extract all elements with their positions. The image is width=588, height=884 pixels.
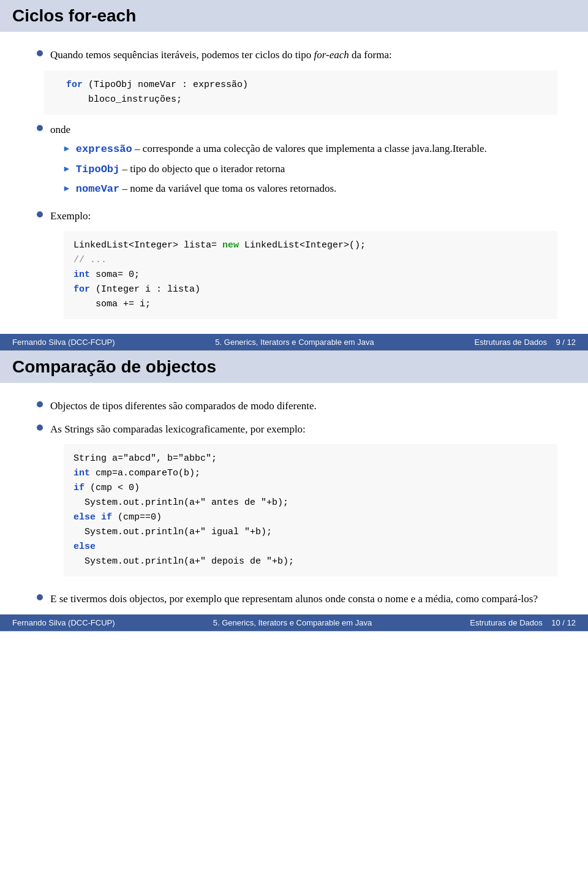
bullet-s2-2-text: As Strings são comparadas lexicograficam… [50, 421, 557, 584]
sub-bullet-1-text: expressão – corresponde a uma colecção d… [76, 141, 557, 157]
code-block-2: LinkedList<Integer> lista= new LinkedLis… [64, 231, 557, 319]
footer-1-right-label: Estruturas de Dados [475, 338, 548, 347]
exemplo-bullet: Exemplo: LinkedList<Integer> lista= new … [37, 208, 557, 327]
exemplo-bullet-list: Exemplo: LinkedList<Integer> lista= new … [31, 208, 557, 327]
exemplo-label-text: Exemplo: [50, 210, 91, 222]
arrow-icon-3: ► [62, 182, 71, 195]
onde-label: onde [50, 124, 70, 135]
bullet-1: Quando temos sequências iteráveis, podem… [37, 47, 557, 63]
code-linkedlist: LinkedList<Integer> lista= new LinkedLis… [74, 240, 366, 309]
bullet-dot-onde [37, 125, 43, 131]
footer-1-left: Fernando Silva (DCC-FCUP) [12, 338, 115, 347]
sub-bullets: ► expressão – corresponde a uma colecção… [50, 141, 557, 197]
expressao-highlight: expressão [76, 143, 132, 155]
slide-1-footer: Fernando Silva (DCC-FCUP) 5. Generics, I… [0, 334, 588, 350]
bullet-s2-3: E se tivermos dois objectos, por exemplo… [37, 591, 557, 607]
sub-bullet-1: ► expressão – corresponde a uma colecção… [62, 141, 557, 157]
bullet-dot-s2-2 [37, 425, 43, 431]
bullet-dot-s2-3 [37, 594, 43, 600]
bullet-dot-s2-1 [37, 401, 43, 407]
footer-2-right: Estruturas de Dados 10 / 12 [470, 618, 576, 627]
slide-1-onde: onde ► expressão – corresponde a uma col… [31, 122, 557, 201]
footer-2-left: Fernando Silva (DCC-FCUP) [12, 618, 115, 627]
sub-bullet-2: ► TipoObj – tipo do objecto que o iterad… [62, 161, 557, 178]
sub-bullet-2-text: TipoObj – tipo do objecto que o iterador… [76, 161, 557, 178]
onde-text: onde ► expressão – corresponde a uma col… [50, 122, 557, 201]
onde-bullet: onde ► expressão – corresponde a uma col… [37, 122, 557, 201]
bullet-s2-2: As Strings são comparadas lexicograficam… [37, 421, 557, 584]
slide-2: Comparação de objectos Objectos de tipos… [0, 351, 588, 632]
slide-1: Ciclos for-each Quando temos sequências … [0, 0, 588, 351]
bullet-dot-1 [37, 50, 43, 56]
slide-2-title: Comparação de objectos [0, 351, 588, 383]
bullet-s2-3-text: E se tivermos dois objectos, por exemplo… [50, 591, 557, 607]
slide-1-title: Ciclos for-each [0, 0, 588, 32]
bullet-s2-1-text: Objectos de tipos diferentes são compara… [50, 398, 557, 414]
tipoobj-highlight: TipoObj [76, 164, 119, 175]
code-block-strings: String a="abcd", b="abbc"; int cmp=a.com… [64, 444, 557, 576]
footer-2-center: 5. Generics, Iterators e Comparable em J… [115, 618, 470, 627]
bullet-dot-exemplo [37, 211, 43, 217]
footer-1-center: 5. Generics, Iterators e Comparable em J… [115, 338, 475, 347]
code-block-1: for (TipoObj nomeVar : expressão) bloco_… [44, 70, 557, 115]
exemplo-label: Exemplo: LinkedList<Integer> lista= new … [50, 208, 557, 327]
sub-bullet-3-text: nomeVar – nome da variável que toma os v… [76, 181, 557, 197]
bullet-1-text: Quando temos sequências iteráveis, podem… [50, 47, 557, 63]
sub-bullet-3: ► nomeVar – nome da variável que toma os… [62, 181, 557, 197]
bullet-s2-1: Objectos de tipos diferentes são compara… [37, 398, 557, 414]
slide-1-bullets: Quando temos sequências iteráveis, podem… [31, 47, 557, 63]
footer-1-right: Estruturas de Dados 9 / 12 [475, 338, 576, 347]
footer-2-right-label: Estruturas de Dados [470, 618, 543, 627]
code-strings-content: String a="abcd", b="abbc"; int cmp=a.com… [74, 453, 294, 567]
slide-2-footer: Fernando Silva (DCC-FCUP) 5. Generics, I… [0, 614, 588, 631]
arrow-icon-1: ► [62, 142, 71, 155]
footer-2-page: 10 / 12 [551, 618, 576, 627]
slide-2-bullets: Objectos de tipos diferentes são compara… [31, 398, 557, 607]
nomevar-highlight: nomeVar [76, 183, 119, 195]
code-line-for: for (TipoObj nomeVar : expressão) bloco_… [66, 80, 248, 105]
arrow-icon-2: ► [62, 162, 71, 175]
footer-1-page: 9 / 12 [556, 338, 576, 347]
